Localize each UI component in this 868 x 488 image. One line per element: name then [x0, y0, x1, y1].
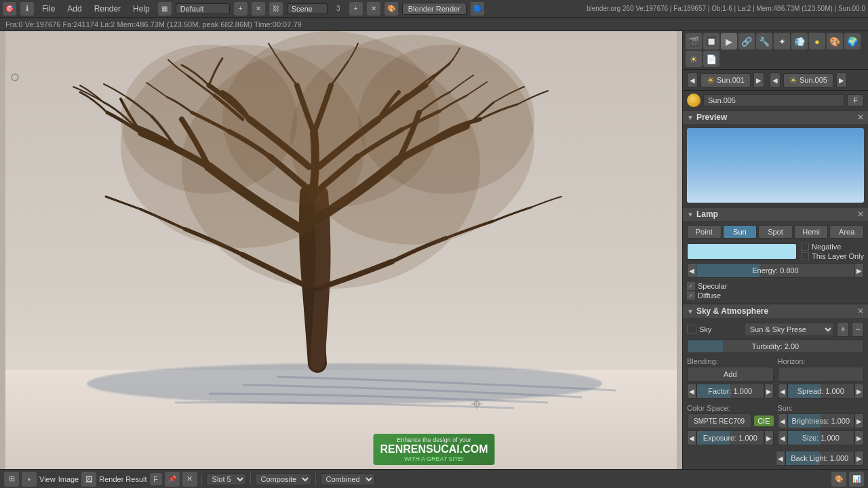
view-label[interactable]: View [39, 475, 56, 483]
exposure-decrease-btn[interactable]: ◀ [687, 430, 696, 445]
close-icon[interactable]: ✕ [182, 472, 197, 487]
size-increase-btn[interactable]: ▶ [854, 430, 864, 445]
slot-select[interactable]: Slot 5 [206, 473, 246, 485]
del-screen-icon[interactable]: ✕ [252, 2, 265, 16]
back-light-decrease-btn[interactable]: ◀ [776, 451, 785, 466]
del-scene-icon[interactable]: ✕ [367, 2, 380, 16]
scene-icon[interactable]: 🔲 [703, 33, 719, 49]
link-icon[interactable]: ⛓ [269, 2, 283, 16]
viewport-3d[interactable] [0, 31, 682, 469]
render-result-label[interactable]: Render Result [99, 475, 146, 483]
sky-preset-select[interactable]: Sun & Sky Prese [744, 323, 834, 336]
preview-close-icon[interactable]: ✕ [857, 113, 864, 122]
f-bottom-btn[interactable]: F [150, 473, 162, 485]
info-icon[interactable]: ℹ [20, 2, 34, 16]
top-bar: 🎯 ℹ File Add Render Help ▦ + ✕ ⛓ 3 + ✕ 🎨… [0, 0, 868, 18]
sky-remove-btn[interactable]: − [852, 322, 864, 337]
lamp-header[interactable]: ▼ Lamp ✕ [683, 207, 868, 221]
factor-decrease-btn[interactable]: ◀ [687, 384, 696, 399]
menu-render[interactable]: Render [90, 3, 125, 15]
blender-icon[interactable]: 🎯 [3, 2, 16, 16]
color-icon[interactable]: 🎨 [831, 472, 846, 487]
specular-checkbox[interactable] [687, 282, 695, 290]
smpte-select[interactable]: SMPTE REC709 [687, 413, 751, 428]
obj2-prev-btn[interactable]: ◀ [770, 73, 781, 87]
object-icon[interactable]: ▶ [721, 33, 737, 49]
sky-atm-header[interactable]: ▼ Sky & Atmosphere ✕ [683, 304, 868, 318]
sky-checkbox[interactable] [687, 325, 696, 334]
menu-help[interactable]: Help [129, 3, 154, 15]
brightness-sun-increase-btn[interactable]: ▶ [854, 413, 864, 428]
sun001-btn[interactable]: ☀ Sun.001 [701, 73, 751, 87]
add-scene-icon[interactable]: + [349, 2, 363, 16]
particle-icon[interactable]: ✦ [774, 33, 790, 49]
combined-select[interactable]: Combined [320, 473, 375, 485]
dot-icon[interactable]: • [22, 472, 37, 487]
exposure-slider[interactable]: Exposure: 1.000 [696, 430, 764, 445]
spread-slider[interactable]: Spread: 1.000 [787, 384, 855, 399]
lamp-spot-btn[interactable]: Spot [758, 225, 793, 239]
blending-select[interactable]: Add [687, 367, 774, 382]
exposure-increase-btn[interactable]: ▶ [764, 430, 774, 445]
physics-icon[interactable]: 💨 [791, 33, 808, 49]
size-slider[interactable]: Size: 1.000 [787, 430, 855, 445]
composite-select[interactable]: Composite [255, 473, 311, 485]
lamp-hemi-btn[interactable]: Hemi [794, 225, 829, 239]
menu-add[interactable]: Add [63, 3, 85, 15]
factor-slider[interactable]: Factor: 1.000 [696, 384, 764, 399]
energy-increase-btn[interactable]: ▶ [854, 263, 864, 278]
lamp-point-btn[interactable]: Point [687, 225, 722, 239]
obj2-next-btn[interactable]: ▶ [836, 73, 847, 87]
factor-increase-btn[interactable]: ▶ [764, 384, 774, 399]
lamp-close-icon[interactable]: ✕ [857, 209, 864, 219]
f-button[interactable]: F [847, 94, 864, 106]
lamp-data-icon[interactable]: ☀ [686, 51, 702, 67]
diffuse-checkbox[interactable] [687, 291, 695, 300]
menu-file[interactable]: File [38, 3, 59, 15]
energy-slider[interactable]: Energy: 0.800 [696, 263, 854, 278]
data-icon[interactable]: 📄 [703, 51, 719, 67]
engine-icon[interactable]: 🎨 [384, 2, 398, 16]
scene-field[interactable] [287, 3, 328, 14]
viewport-mode-icon[interactable]: ⊞ [4, 472, 19, 487]
sky-close-icon[interactable]: ✕ [857, 306, 864, 316]
back-light-slider[interactable]: Back Light: 1.000 [785, 451, 855, 466]
texture-icon[interactable]: 🎨 [827, 33, 843, 49]
diffuse-row: Diffuse [687, 291, 864, 300]
brightness-sun-slider[interactable]: Brightness: 1.000 [787, 413, 855, 428]
sun-name-input[interactable] [703, 94, 844, 106]
brightness-sun-decrease-btn[interactable]: ◀ [778, 413, 787, 428]
back-light-increase-btn[interactable]: ▶ [854, 451, 864, 466]
constraint-icon[interactable]: 🔗 [738, 33, 755, 49]
negative-checkbox[interactable] [801, 243, 809, 251]
add-screen-icon[interactable]: + [234, 2, 248, 16]
engine-button[interactable]: Blender Render [402, 3, 467, 15]
size-decrease-btn[interactable]: ◀ [778, 430, 787, 445]
turbidity-slider[interactable]: Turbidity: 2.00 [687, 340, 864, 353]
separator1 [201, 473, 202, 485]
lamp-color-swatch[interactable] [687, 243, 797, 260]
cie-btn[interactable]: CIE [754, 415, 773, 426]
material-icon[interactable]: ● [809, 33, 825, 49]
spread-increase-btn[interactable]: ▶ [854, 384, 864, 399]
energy-decrease-btn[interactable]: ◀ [687, 263, 696, 278]
lamp-sun-btn[interactable]: Sun [723, 225, 757, 239]
this-layer-checkbox[interactable] [801, 252, 809, 260]
histogram-icon[interactable]: 📊 [849, 472, 864, 487]
screen-layout-icon[interactable]: ▦ [158, 2, 172, 16]
sun005-btn[interactable]: ☀ Sun.005 [783, 73, 833, 87]
factor-value: Factor: 1.000 [708, 387, 752, 395]
sky-add-btn[interactable]: + [837, 322, 849, 337]
obj-next-btn[interactable]: ▶ [753, 73, 764, 87]
lamp-area-btn[interactable]: Area [829, 225, 864, 239]
modifier-icon[interactable]: 🔧 [756, 33, 772, 49]
preview-header[interactable]: ▼ Preview ✕ [683, 110, 868, 124]
obj-prev-btn[interactable]: ◀ [687, 73, 698, 87]
render-result-icon[interactable]: 🖼 [81, 472, 96, 487]
spread-decrease-btn[interactable]: ◀ [778, 384, 787, 399]
render-icon[interactable]: 🎬 [686, 33, 702, 49]
image-label[interactable]: Image [58, 475, 79, 483]
world-icon[interactable]: 🌍 [844, 33, 861, 49]
default-field[interactable] [176, 3, 230, 14]
pin-icon[interactable]: 📌 [165, 472, 180, 487]
